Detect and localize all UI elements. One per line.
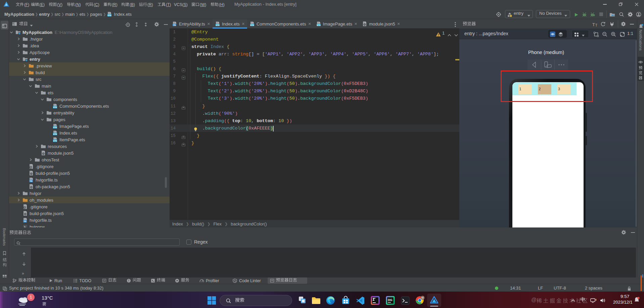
- svg-text:ETS: ETS: [53, 140, 57, 142]
- svg-text:ETS: ETS: [250, 24, 254, 26]
- svg-text:ETS: ETS: [108, 14, 111, 16]
- svg-text:ETS: ETS: [53, 106, 57, 108]
- svg-text:ETS: ETS: [317, 24, 320, 26]
- svg-text:ETS: ETS: [53, 126, 57, 129]
- svg-text:ETS: ETS: [216, 24, 220, 26]
- svg-text:T: T: [592, 22, 595, 27]
- svg-text:8: 8: [595, 299, 597, 301]
- svg-text:M: M: [422, 297, 424, 299]
- svg-text:T: T: [595, 23, 597, 27]
- svg-text:DG: DG: [388, 298, 393, 302]
- svg-text:TS: TS: [30, 180, 33, 182]
- svg-text:ETS: ETS: [53, 133, 57, 135]
- svg-text:TS: TS: [24, 220, 27, 222]
- svg-text:TS: TS: [173, 24, 176, 26]
